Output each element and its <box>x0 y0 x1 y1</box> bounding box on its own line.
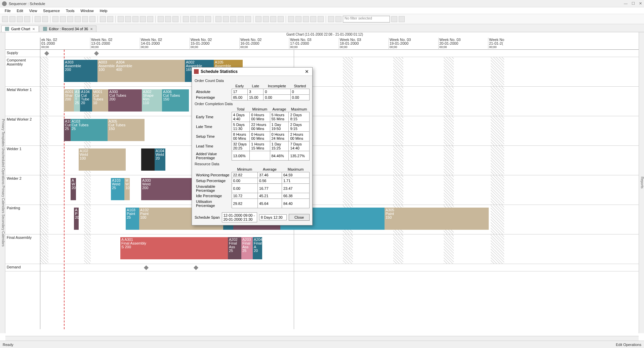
row-label[interactable]: Painting <box>5 205 40 234</box>
toolbar-button[interactable] <box>245 16 251 22</box>
gantt-lane[interactable] <box>40 264 644 271</box>
toolbar-button[interactable] <box>172 16 178 22</box>
toolbar-button[interactable] <box>255 16 261 22</box>
toolbar-button[interactable] <box>238 16 244 22</box>
row-label[interactable]: Metal Worker 2 <box>5 116 40 146</box>
toolbar-button[interactable] <box>263 16 269 22</box>
toolbar-button[interactable] <box>295 16 301 22</box>
toolbar-button[interactable] <box>24 16 30 22</box>
gantt-bar[interactable]: A102Cut T25 <box>74 89 80 112</box>
toolbar-button[interactable] <box>2 16 8 22</box>
gantt-bar[interactable]: A204Final A20 <box>253 237 262 259</box>
filter-select[interactable]: No filter selected <box>343 16 390 23</box>
toolbar-button[interactable] <box>335 16 341 22</box>
toolbar-button[interactable] <box>75 16 81 22</box>
gantt-bar[interactable]: MW10 <box>124 178 130 200</box>
toolbar-button[interactable] <box>60 16 66 22</box>
menu-window[interactable]: Window <box>78 8 96 13</box>
toolbar-button[interactable] <box>318 16 324 22</box>
tab-close-icon[interactable]: ✕ <box>90 27 93 31</box>
toolbar-button[interactable] <box>310 16 316 22</box>
menu-file[interactable]: File <box>2 8 13 13</box>
gantt-lane[interactable] <box>40 50 644 57</box>
toolbar-button[interactable] <box>107 16 113 22</box>
gantt-bar[interactable]: A303Assemble200 <box>64 60 97 82</box>
toolbar-button[interactable] <box>42 16 48 22</box>
menu-edit[interactable]: Edit <box>14 8 26 13</box>
gantt-bar[interactable]: A103Cut Tubes25 <box>71 119 108 141</box>
right-side-tab-reports[interactable]: Reports <box>639 32 644 333</box>
toolbar-button[interactable] <box>125 16 131 22</box>
close-button[interactable]: Close <box>289 214 310 221</box>
gantt-bar[interactable]: A003Assemble100 <box>97 60 115 82</box>
toolbar-button[interactable] <box>399 16 405 22</box>
tab-close-icon[interactable]: ✕ <box>32 27 35 31</box>
minimize-icon[interactable]: — <box>624 1 628 6</box>
gantt-bar[interactable]: A305Paint150 <box>385 208 489 230</box>
toolbar-button[interactable] <box>190 16 196 22</box>
row-label[interactable]: Metal Worker 1 <box>5 87 40 116</box>
toolbar-button[interactable] <box>52 16 58 22</box>
gantt-body[interactable]: SupplyComponent AssemblyMetal Worker 1Me… <box>5 50 644 329</box>
toolbar-button[interactable] <box>9 16 15 22</box>
gantt-bar[interactable]: A302Shape Rim110 <box>142 89 162 112</box>
row-label[interactable]: Welder 2 <box>5 175 40 205</box>
tab[interactable]: Editor : Record 34 of 36✕ <box>39 26 96 32</box>
row-label[interactable]: Final Assembly <box>5 234 40 264</box>
gantt-bar[interactable]: M001Cut Tubes10 <box>92 89 108 112</box>
toolbar-button[interactable] <box>158 16 164 22</box>
gantt-bar[interactable]: A202Final Ass25 <box>228 237 241 259</box>
toolbar-button[interactable] <box>391 16 397 22</box>
gantt-lane[interactable] <box>40 175 644 205</box>
gantt-bar[interactable]: A A301Final AssemblyS 200 <box>120 237 228 259</box>
gantt-bar[interactable]: AP20 <box>74 208 79 230</box>
toolbar-button[interactable] <box>67 16 73 22</box>
dialog-titlebar[interactable]: Schedule Statistics ✕ <box>192 68 312 76</box>
menu-sequence[interactable]: Sequence <box>40 8 63 13</box>
row-label[interactable]: Supply <box>5 50 40 57</box>
toolbar-button[interactable] <box>147 16 153 22</box>
toolbar-button[interactable] <box>223 16 229 22</box>
gantt-bar[interactable]: A104Cut Tube20 <box>80 89 92 112</box>
toolbar-button[interactable] <box>270 16 276 22</box>
gantt-bar[interactable]: A104Weld20 <box>155 148 165 171</box>
gantt-bar[interactable]: A102Weld100 <box>79 148 126 171</box>
toolbar-button[interactable] <box>183 16 189 22</box>
toolbar-button[interactable] <box>328 16 334 22</box>
row-label[interactable]: Demand <box>5 264 40 271</box>
toolbar-button[interactable] <box>303 16 309 22</box>
toolbar-button[interactable] <box>132 16 138 22</box>
toolbar-button[interactable] <box>140 16 146 22</box>
gantt-bar[interactable]: A001Shar200 <box>64 89 74 112</box>
toolbar-button[interactable] <box>89 16 95 22</box>
toolbar-button[interactable] <box>205 16 211 22</box>
toolbar-button[interactable] <box>278 16 284 22</box>
toolbar-button[interactable] <box>35 16 41 22</box>
gantt-bar[interactable]: A305Cut Tubes150 <box>108 119 145 141</box>
maximize-icon[interactable]: ☐ <box>632 1 635 6</box>
row-label[interactable]: Component Assembly <box>5 57 40 87</box>
toolbar-button[interactable] <box>100 16 106 22</box>
toolbar-button[interactable] <box>17 16 23 22</box>
gantt-bar[interactable]: A101Cut25 <box>64 119 71 141</box>
gantt-bar[interactable]: A300Cut Tubes200 <box>108 89 142 112</box>
gantt-bar[interactable] <box>141 148 155 171</box>
toolbar-button[interactable] <box>198 16 204 22</box>
horizontal-scrollbar[interactable] <box>5 336 639 341</box>
row-label[interactable]: Welder 1 <box>5 146 40 175</box>
toolbar-button[interactable] <box>118 16 124 22</box>
gantt-bar[interactable]: AW20 <box>71 178 76 200</box>
gantt-bar[interactable]: A306Cut Tubes150 <box>162 89 189 112</box>
close-icon[interactable]: ✕ <box>639 1 642 6</box>
gantt-bar[interactable]: A103Paint25 <box>126 208 139 230</box>
gantt-bar[interactable]: A203Final Ass25 <box>241 237 253 259</box>
toolbar-button[interactable] <box>230 16 236 22</box>
tab[interactable]: Gantt Chart✕ <box>1 26 39 32</box>
toolbar-button[interactable] <box>288 16 294 22</box>
gantt-bar[interactable]: A300Weld200 <box>141 178 192 200</box>
toolbar-button[interactable] <box>215 16 222 22</box>
gantt-lane[interactable] <box>40 146 644 175</box>
menu-view[interactable]: View <box>27 8 40 13</box>
toolbar-button[interactable] <box>165 16 171 22</box>
menu-help[interactable]: Help <box>97 8 110 13</box>
